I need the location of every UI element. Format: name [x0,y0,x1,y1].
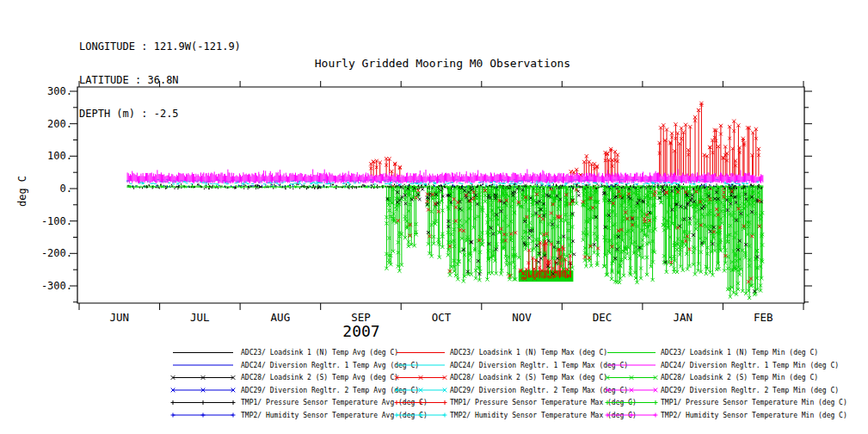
x-tick-label: JAN [673,311,693,324]
chart-canvas: 300.200.100.0.-100.-200.-300.JUNJULAUGSE… [0,0,868,434]
legend-label: ADC24/ Diversion Regltr. 1 Temp Avg (deg… [241,362,419,369]
y-tick-label: -300. [41,280,72,292]
y-tick-label: 300. [47,85,72,97]
legend-label: ADC24/ Diversion Regltr. 1 Temp Max (deg… [450,362,628,369]
x-tick-label: JUN [109,311,129,324]
y-tick-label: -200. [41,247,72,259]
legend-label: ADC23/ Loadsink 1 (N) Temp Avg (deg C) [241,349,398,356]
x-tick-label: OCT [432,311,452,324]
legend-swatch-red-x [395,375,447,380]
legend-label: ADC23/ Loadsink 1 (N) Temp Min (deg C) [661,349,818,356]
legend-label: ADC29/ Diversion Regltr. 2 Temp Min (deg… [661,387,839,394]
magenta-band [127,169,763,183]
year-label: 2007 [342,322,379,340]
legend-label: TMP2/ Humidity Sensor Temperature Min (d… [661,412,847,419]
legend-swatch-black-plus [171,400,236,405]
legend-swatch-blue-plus [171,413,236,418]
y-axis-title: deg C [16,176,28,207]
legend-swatch-black-x [171,375,236,380]
x-tick-label: DEC [593,311,613,324]
legend-label: ADC28/ Loadsink 2 (S) Temp Max (deg C) [450,374,607,381]
legend-label: ADC29/ Diversion Regltr. 2 Temp Avg (deg… [241,387,419,394]
legend-label: ADC28/ Loadsink 2 (S) Temp Avg (deg C) [241,374,398,381]
legend-label: ADC28/ Loadsink 2 (S) Temp Min (deg C) [661,374,818,381]
screen: LONGITUDE : 121.9W(-121.9) LATITUDE : 36… [0,0,868,434]
legend-label: ADC23/ Loadsink 1 (N) Temp Max (deg C) [450,349,607,356]
y-tick-label: -100. [41,215,72,227]
legend-swatch-blue-x [171,388,236,393]
legend-swatch-green-x [606,375,658,380]
legend-label: ADC29/ Diversion Regltr. 2 Temp Max (deg… [450,387,628,394]
x-tick-label: FEB [754,311,773,324]
legend-label: TMP1/ Pressure Sensor Temperature Min (d… [661,399,847,406]
x-tick-label: NOV [512,311,532,324]
x-tick-label: AUG [271,311,291,324]
legend-label: ADC24/ Diversion Regltr. 1 Temp Min (deg… [661,362,839,369]
y-tick-label: 0. [60,183,72,195]
x-tick-label: JUL [190,311,210,324]
y-tick-label: 200. [47,118,72,130]
y-tick-label: 100. [47,150,72,162]
